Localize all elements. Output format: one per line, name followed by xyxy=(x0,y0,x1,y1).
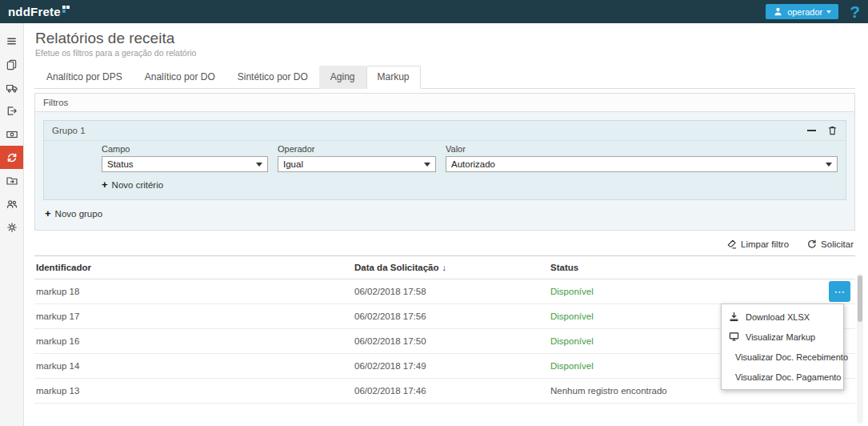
filters-panel-header: Filtros xyxy=(34,93,855,112)
menu-item-label: Visualizar Doc. Recebimento xyxy=(735,352,848,362)
filter-group-header: Grupo 1 xyxy=(44,121,846,141)
table-header-row: Identificador Data da Solicitação ↓ Stat… xyxy=(34,256,855,279)
menu-item-visualizar-markup[interactable]: Visualizar Markup xyxy=(722,327,843,347)
eraser-icon xyxy=(726,239,737,249)
menu-item-label: Visualizar Doc. Pagamento xyxy=(735,372,841,382)
chevron-down-icon xyxy=(256,163,262,167)
sort-desc-icon: ↓ xyxy=(442,263,446,272)
tab-analitico-por-dps[interactable]: Analítico por DPS xyxy=(35,66,134,89)
top-bar: nddFrete operador ? xyxy=(0,0,868,23)
brand-text: nddFrete xyxy=(8,5,61,18)
chevron-down-icon xyxy=(424,163,430,167)
download-icon xyxy=(729,311,739,322)
truck-icon xyxy=(6,82,18,94)
body: Relatórios de receita Efetue os filtros … xyxy=(0,23,868,426)
column-header-identificador[interactable]: Identificador xyxy=(34,256,353,279)
sidebar-item-revenue-reports[interactable] xyxy=(0,146,23,169)
menu-item-visualizar-doc-pagamento[interactable]: Visualizar Doc. Pagamento xyxy=(722,367,843,387)
column-header-status[interactable]: Status xyxy=(549,256,855,279)
collapse-group-icon[interactable] xyxy=(807,130,816,132)
new-group-button[interactable]: + Novo grupo xyxy=(45,208,102,219)
help-button[interactable]: ? xyxy=(850,3,860,20)
clear-filter-label: Limpar filtro xyxy=(741,239,789,249)
sidebar-item-export[interactable] xyxy=(0,99,23,123)
brand-mark-icon xyxy=(62,6,70,13)
sidebar-item-settings[interactable] xyxy=(0,215,23,239)
request-button[interactable]: Solicitar xyxy=(806,239,854,249)
refresh-icon xyxy=(806,239,817,249)
sidebar-item-folder-send[interactable] xyxy=(0,169,23,192)
valor-label: Valor xyxy=(446,144,838,154)
valor-select[interactable]: Autorizado xyxy=(446,156,838,172)
brand-logo[interactable]: nddFrete xyxy=(8,5,70,18)
field-valor: Valor Autorizado xyxy=(446,144,838,172)
cell-data: 06/02/2018 17:46 xyxy=(353,386,549,396)
sidebar-item-users[interactable] xyxy=(0,192,23,215)
topbar-right: operador ? xyxy=(766,3,860,20)
cell-identificador: markup 16 xyxy=(34,336,353,346)
cell-data: 06/02/2018 17:49 xyxy=(353,361,549,371)
ellipsis-icon: ⋯ xyxy=(834,285,846,298)
group-tools xyxy=(807,125,838,136)
status-badge: Disponível xyxy=(550,336,594,346)
trash-icon[interactable] xyxy=(827,125,838,136)
table-row: markup 18 06/02/2018 17:58 Disponível ⋯ … xyxy=(34,279,855,304)
tab-aging[interactable]: Aging xyxy=(319,66,366,89)
new-group-label: Novo grupo xyxy=(55,209,102,219)
export-icon xyxy=(6,105,18,117)
cell-identificador: markup 18 xyxy=(34,287,353,296)
cell-data: 06/02/2018 17:58 xyxy=(353,287,549,296)
scrollbar-thumb[interactable] xyxy=(858,275,862,322)
clear-filter-button[interactable]: Limpar filtro xyxy=(726,239,789,249)
operador-select[interactable]: Igual xyxy=(278,156,436,172)
operador-label: Operador xyxy=(278,144,436,154)
column-label: Data da Solicitação xyxy=(354,263,438,272)
row-actions-button[interactable]: ⋯ xyxy=(829,281,850,302)
menu-item-visualizar-doc-recebimento[interactable]: Visualizar Doc. Recebimento xyxy=(722,347,843,367)
menu-item-download-xlsx[interactable]: Download XLSX xyxy=(722,307,843,327)
row-actions-menu: Download XLSX Visualizar Markup Visualiz… xyxy=(721,303,844,390)
campo-label: Campo xyxy=(102,144,268,154)
cell-data: 06/02/2018 17:50 xyxy=(353,336,549,346)
tab-analitico-por-do[interactable]: Analítico por DO xyxy=(134,66,226,89)
tab-markup[interactable]: Markup xyxy=(366,66,421,89)
campo-select[interactable]: Status xyxy=(102,156,268,172)
plus-icon: + xyxy=(102,179,108,190)
new-criterion-button[interactable]: + Novo critério xyxy=(102,179,163,190)
monitor-icon xyxy=(729,332,739,342)
cell-data: 06/02/2018 17:56 xyxy=(353,311,549,321)
cell-identificador: markup 17 xyxy=(34,311,353,321)
menu-icon xyxy=(6,35,18,47)
plus-icon: + xyxy=(45,208,51,219)
tab-sintetico-por-do[interactable]: Sintético por DO xyxy=(226,66,319,89)
report-actions: Limpar filtro Solicitar xyxy=(34,231,855,255)
sidebar-item-truck[interactable] xyxy=(0,76,23,99)
field-operador: Operador Igual xyxy=(278,144,436,172)
new-criterion-label: Novo critério xyxy=(112,180,164,190)
results-table: Identificador Data da Solicitação ↓ Stat… xyxy=(34,255,855,404)
chevron-down-icon xyxy=(826,163,832,167)
table-scrollbar[interactable] xyxy=(857,274,863,424)
user-menu-button[interactable]: operador xyxy=(766,4,838,19)
column-header-data-solicitacao[interactable]: Data da Solicitação ↓ xyxy=(353,256,549,279)
status-badge: Disponível xyxy=(550,361,594,371)
sidebar xyxy=(0,23,24,426)
menu-item-label: Visualizar Markup xyxy=(746,332,815,342)
cell-identificador: markup 13 xyxy=(34,386,353,396)
app-window: nddFrete operador ? xyxy=(0,0,868,426)
sidebar-item-menu[interactable] xyxy=(0,30,23,53)
sidebar-item-billing[interactable] xyxy=(0,123,23,146)
valor-value: Autorizado xyxy=(451,159,495,169)
main-content: Relatórios de receita Efetue os filtros … xyxy=(24,23,868,426)
sidebar-item-documents[interactable] xyxy=(0,53,23,76)
status-badge: Nenhum registro encontrado xyxy=(550,386,667,396)
chevron-down-icon xyxy=(826,10,831,14)
page-subtitle: Efetue os filtros para a geração do rela… xyxy=(35,48,855,58)
revenue-sync-icon xyxy=(6,151,18,164)
user-icon xyxy=(773,6,783,17)
filter-group-body: Campo Status Operador Igual xyxy=(44,141,846,199)
status-badge: Disponível xyxy=(550,287,594,296)
status-badge: Disponível xyxy=(550,311,594,321)
cell-identificador: markup 14 xyxy=(34,361,353,371)
page-title: Relatórios de receita xyxy=(35,30,855,47)
